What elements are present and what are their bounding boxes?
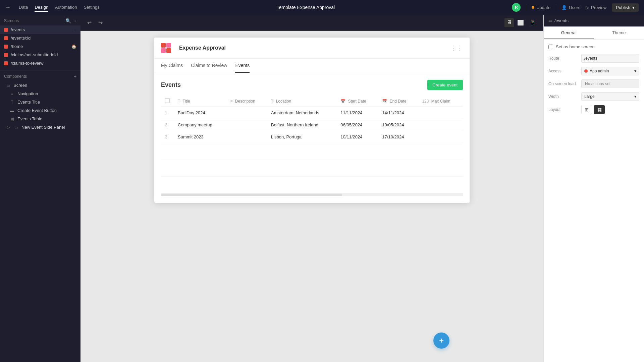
select-all-checkbox[interactable] (165, 98, 170, 103)
screen-item-events[interactable]: /events ··· (0, 25, 80, 34)
nav-settings[interactable]: Settings (84, 3, 100, 12)
app-title: Template Expense Approval (108, 5, 504, 10)
screen-item-events-id[interactable]: /events/:id (0, 34, 80, 42)
create-event-button[interactable]: Create event (427, 80, 463, 90)
preview-icon: ▷ (586, 5, 589, 10)
tab-general[interactable]: General (544, 27, 594, 39)
tablet-view-button[interactable]: ⬜ (515, 18, 526, 27)
table-row[interactable]: 2 Company meetup Belfast, Northern Irela… (161, 119, 463, 131)
access-value: App admin (590, 69, 634, 73)
search-icon[interactable]: 🔍 (65, 18, 71, 23)
cell-maxclaim (418, 119, 463, 131)
tab-theme[interactable]: Theme (594, 27, 644, 39)
set-home-screen-checkbox[interactable] (548, 45, 553, 49)
access-dropdown[interactable]: App admin ▾ (581, 67, 639, 75)
row-num: 1 (165, 111, 167, 115)
mobile-view-button[interactable]: 📱 (527, 18, 538, 27)
empty-row (161, 143, 463, 160)
panel-body: Set as home screen Route /events Access … (544, 40, 644, 362)
col-location-header: T Location (267, 96, 336, 107)
cell-desc (226, 131, 267, 143)
component-events-title[interactable]: T Events Title (0, 98, 80, 106)
nav-divider (526, 4, 526, 11)
width-value: Large (584, 94, 595, 99)
panel-comp-icon: ▷ (5, 125, 11, 130)
width-label: Width (548, 94, 579, 99)
component-navigation[interactable]: ≡ Navigation (0, 89, 80, 98)
preview-button[interactable]: ▷ Preview (586, 5, 606, 10)
component-label: Events Table (17, 116, 42, 121)
logo-sq2 (166, 43, 171, 48)
update-dot (532, 6, 534, 9)
nav-design[interactable]: Design (35, 3, 48, 12)
width-dropdown[interactable]: Large ▾ (581, 92, 639, 101)
tab-claims-to-review[interactable]: Claims to Review (191, 59, 227, 73)
undo-button[interactable]: ↩ (86, 18, 93, 27)
cell-desc (226, 119, 267, 131)
cell-location: Lisbon, Portugal (267, 131, 336, 143)
fab-button[interactable]: + (433, 333, 449, 349)
app-header-more[interactable]: ⋮⋮ (451, 44, 463, 52)
route-input[interactable]: /events (581, 54, 639, 63)
col-maxclaim-label: Max Claim (431, 99, 450, 104)
screens-label: Screens (4, 18, 19, 23)
screen-more-btn[interactable]: ··· (73, 28, 76, 32)
empty-row (161, 160, 463, 177)
layout-list-button[interactable]: ▦ (594, 105, 605, 114)
access-row: Access App admin ▾ (548, 67, 639, 75)
table-scroll: T Title ≡ Description T (161, 96, 463, 196)
app-logo (161, 43, 171, 53)
scrollbar-thumb (161, 194, 342, 196)
tab-my-claims[interactable]: My Claims (161, 59, 183, 73)
users-icon: 👤 (561, 5, 567, 10)
component-screen[interactable]: ▭ Screen (0, 81, 80, 89)
add-component-icon[interactable]: + (74, 74, 76, 79)
set-home-screen-label: Set as home screen (556, 44, 595, 49)
component-create-event-button[interactable]: ▬ Create Event Button (0, 106, 80, 115)
table-header-row: T Title ≡ Description T (161, 96, 463, 107)
cell-maxclaim (418, 107, 463, 119)
view-buttons: 🖥 ⬜ 📱 (504, 18, 538, 27)
col-desc-label: Description (235, 99, 255, 104)
nav-data[interactable]: Data (19, 3, 28, 12)
component-events-table[interactable]: ▤ Events Table (0, 115, 80, 123)
table-row[interactable]: 3 Summit 2023 Lisbon, Portugal 10/11/202… (161, 131, 463, 143)
preview-label: Preview (591, 5, 606, 10)
screen-dot (4, 45, 8, 49)
components-section: Components + ▭ Screen ≡ Navigation T Eve… (0, 70, 80, 131)
horizontal-scrollbar[interactable] (161, 193, 463, 196)
col-end-label: End Date (390, 99, 407, 104)
maxclaim-col-icon: 123 (422, 99, 429, 104)
screen-item-claims-to-review[interactable]: /claims-to-review (0, 59, 80, 67)
top-navigation: ← Data Design Automation Settings Templa… (0, 0, 644, 15)
table-row[interactable]: 1 BudiDay 2024 Amsterdam, Netherlands 11… (161, 107, 463, 119)
users-button[interactable]: 👤 Users (561, 5, 580, 10)
screen-dot (4, 53, 8, 57)
components-label: Components (4, 74, 27, 79)
redo-button[interactable]: ↪ (97, 18, 104, 27)
breadcrumb-path: /events (554, 18, 569, 23)
desktop-view-button[interactable]: 🖥 (504, 18, 514, 27)
row-num: 3 (165, 135, 167, 139)
layout-label: Layout (548, 107, 579, 112)
access-dot (584, 69, 588, 73)
app-header: Expense Approval ⋮⋮ (154, 38, 470, 59)
table-comp-icon: ▤ (9, 117, 15, 121)
add-screen-icon[interactable]: + (74, 18, 76, 23)
screen-item-claims-not-submitted[interactable]: /claims/not-submitted/:id (0, 51, 80, 59)
nav-items: Data Design Automation Settings (19, 3, 100, 12)
nav-automation[interactable]: Automation (55, 3, 77, 12)
back-button[interactable]: ← (5, 4, 11, 10)
screen-name: /events/:id (11, 36, 76, 41)
layout-buttons: ⊞ ▦ (581, 105, 605, 114)
publish-button[interactable]: Publish ▾ (612, 3, 639, 12)
update-button[interactable]: Update (532, 5, 550, 10)
screen-item-home[interactable]: /home 🏠 (0, 42, 80, 51)
cell-end: 10/05/2024 (378, 119, 418, 131)
table-body: 1 BudiDay 2024 Amsterdam, Netherlands 11… (161, 107, 463, 193)
layout-grid-button[interactable]: ⊞ (581, 105, 592, 114)
component-new-event-panel[interactable]: ▷ ▭ New Event Side Panel (0, 123, 80, 131)
tab-events[interactable]: Events (235, 59, 250, 73)
title-comp-icon: T (9, 100, 15, 105)
panel-tabs: General Theme (544, 27, 644, 40)
